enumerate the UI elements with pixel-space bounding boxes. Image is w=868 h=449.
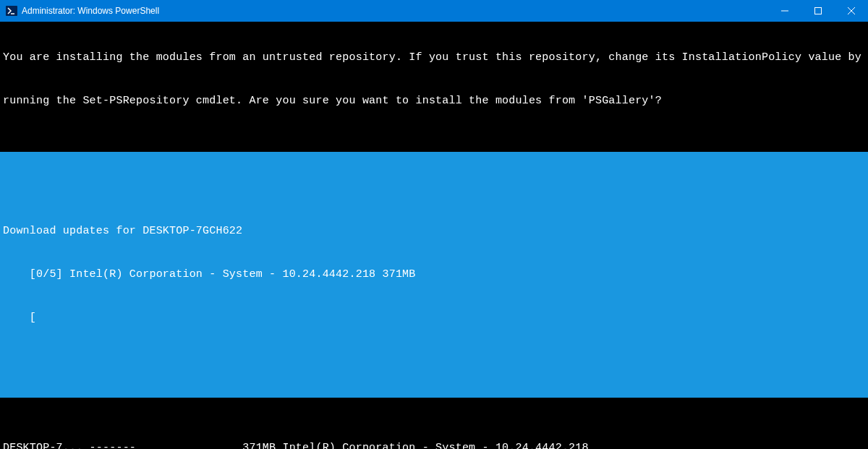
progress-item: [0/5] Intel(R) Corporation - System - 10… <box>0 268 868 282</box>
progress-bar: [ ] <box>0 311 868 325</box>
update-row: DESKTOP-7... ------- 371MB Intel(R) Corp… <box>0 441 868 449</box>
progress-title: Download updates for DESKTOP-7GCH622 <box>0 224 868 239</box>
close-button[interactable] <box>835 0 868 22</box>
terminal-output[interactable]: You are installing the modules from an u… <box>0 22 868 449</box>
minimize-button[interactable] <box>768 0 801 22</box>
warning-line: You are installing the modules from an u… <box>0 51 868 65</box>
powershell-icon <box>6 5 17 17</box>
warning-line: running the Set-PSRepository cmdlet. Are… <box>0 94 868 108</box>
progress-banner: Download updates for DESKTOP-7GCH622 [0/… <box>0 152 868 398</box>
window-title: Administrator: Windows PowerShell <box>22 4 159 18</box>
window-titlebar[interactable]: Administrator: Windows PowerShell <box>0 0 868 22</box>
svg-rect-3 <box>815 8 822 14</box>
maximize-button[interactable] <box>801 0 835 22</box>
